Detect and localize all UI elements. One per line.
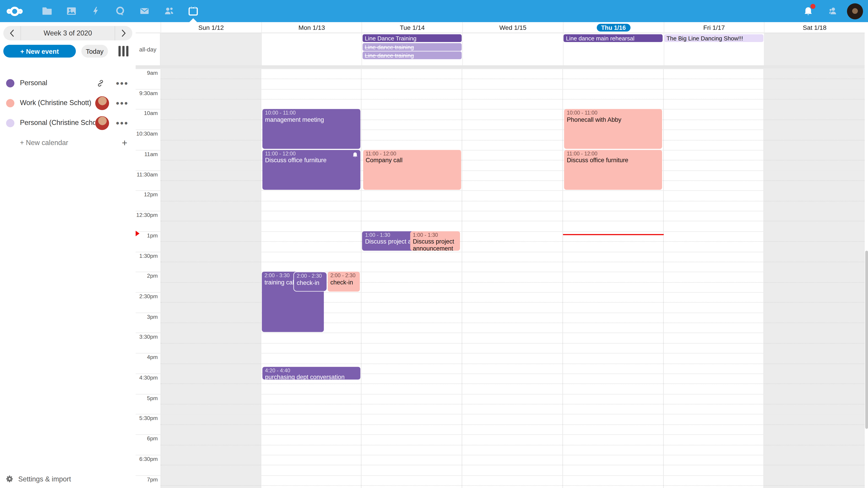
quarter-hour-line [160,363,865,364]
mail-icon[interactable] [132,0,157,22]
all-day-section: all-day Line Dance TrainingLine dance tr… [135,33,865,65]
plus-icon: + [122,138,127,148]
column-separator [362,33,362,65]
event-time: 2:00 - 2:30 [297,273,325,280]
calendar-name: Personal [20,79,96,87]
all-day-event[interactable]: Line Dance Training [363,34,462,42]
share-link-icon[interactable] [96,79,105,87]
previous-week-button[interactable] [3,26,21,40]
time-label: 6pm [135,435,158,442]
time-label: 4:30pm [135,375,158,381]
contacts-menu-icon[interactable] [820,0,845,22]
event[interactable]: 2:00 - 2:30check-in [328,272,360,291]
event[interactable]: 4:20 - 4:40purchasing dept conversation [262,367,360,379]
today-button[interactable]: Today [81,45,108,57]
hour-line [135,292,865,293]
time-label: 3:30pm [135,334,158,340]
event-title: check-in [330,279,358,286]
calendar-name: Work (Christine Schott) [20,99,95,107]
week-label[interactable]: Week 3 of 2020 [21,26,115,40]
event-title: Phonecall with Abby [567,116,660,123]
hour-line [135,69,865,69]
quarter-hour-line [160,79,865,79]
weekend-shading [160,33,261,65]
nextcloud-logo[interactable] [6,6,23,16]
all-day-event[interactable]: The Big Line Dancing Show!!! [664,34,763,42]
hour-line [135,455,865,455]
day-column[interactable] [160,69,261,488]
calendar-color-dot [6,99,14,107]
calendar-menu-icon[interactable]: ●●● [116,100,128,106]
quarter-hour-line [160,485,865,486]
calendar-icon[interactable] [181,0,206,22]
time-label: 10am [135,110,158,116]
new-event-button[interactable]: + New event [3,45,76,57]
all-day-event[interactable]: Line dance training [363,43,462,51]
time-label: 11am [135,151,158,157]
time-label: 5pm [135,395,158,401]
calendar-color-dot [6,119,14,127]
day-header: Mon 1/13 [261,22,362,33]
event[interactable]: 11:00 - 12:00Company call [363,150,461,190]
user-avatar[interactable] [847,3,863,19]
quarter-hour-line [160,445,865,445]
event[interactable]: 1:00 - 1:30Discuss project announcement [362,231,417,251]
event-time: 11:00 - 12:00 [567,151,660,157]
time-label: 9am [135,70,158,76]
day-column[interactable] [663,69,764,488]
event-title: purchasing dept conversation [265,373,359,379]
event[interactable]: 10:00 - 11:00management meeting [262,109,360,149]
current-time-line [563,234,663,235]
event-time: 2:00 - 2:30 [330,273,358,279]
time-label: 10:30am [135,131,158,137]
time-label: 5:30pm [135,415,158,421]
day-header: Sat 1/18 [764,22,865,33]
sidebar: Week 3 of 2020 + New event Today Persona… [0,22,135,488]
column-separator [261,33,261,65]
calendar-menu-icon[interactable]: ●●● [116,120,128,126]
new-calendar-button[interactable]: + New calendar + [0,133,135,153]
time-label: 7pm [135,476,158,482]
calendar-item-personal[interactable]: Personal ●●● [0,73,135,93]
today-pill: Thu 1/16 [597,24,630,31]
next-week-button[interactable] [115,26,132,40]
calendar-menu-icon[interactable]: ●●● [116,80,128,86]
quarter-hour-line [160,465,865,465]
scrollbar-thumb[interactable] [865,251,868,429]
hour-line [135,89,865,90]
hour-line [135,109,865,110]
weekend-shading [764,33,865,65]
day-column[interactable] [764,69,865,488]
event[interactable]: 11:00 - 12:00Discuss office furniture [564,150,662,190]
files-icon[interactable] [35,0,59,22]
shared-by-avatar [95,96,109,110]
hour-line [135,353,865,354]
event[interactable]: 11:00 - 12:00Discuss office furniture [262,150,360,190]
view-mode-toggle[interactable] [117,46,129,57]
day-column[interactable] [362,69,462,488]
all-day-event[interactable]: Line dance main rehearsal [564,34,663,42]
photos-icon[interactable] [59,0,84,22]
hour-line [135,475,865,476]
all-day-event[interactable]: Line dance training [363,52,462,59]
day-header: Fri 1/17 [663,22,764,33]
settings-import-button[interactable]: Settings & import [5,475,71,483]
hour-line [135,333,865,333]
calendar-item-personal-christine[interactable]: Personal (Christine Scho… ●●● [0,113,135,133]
hour-line [135,373,865,374]
event-title: Company call [366,157,459,164]
top-navigation-bar [0,0,868,22]
event[interactable]: 1:00 - 1:30Discuss project announcement [410,231,460,251]
hour-line [135,252,865,252]
event[interactable]: 2:00 - 2:30check-in [293,272,327,291]
event[interactable]: 10:00 - 11:00Phonecall with Abby [564,109,662,149]
activity-icon[interactable] [84,0,108,22]
day-column[interactable] [462,69,563,488]
day-header-label: Mon 1/13 [298,24,325,31]
day-header: Wed 1/15 [462,22,563,33]
vertical-scrollbar[interactable] [865,22,868,488]
calendar-item-work-christine[interactable]: Work (Christine Schott) ●●● [0,93,135,113]
talk-icon[interactable] [108,0,132,22]
contacts-icon[interactable] [157,0,181,22]
notifications-bell-icon[interactable] [796,0,820,22]
